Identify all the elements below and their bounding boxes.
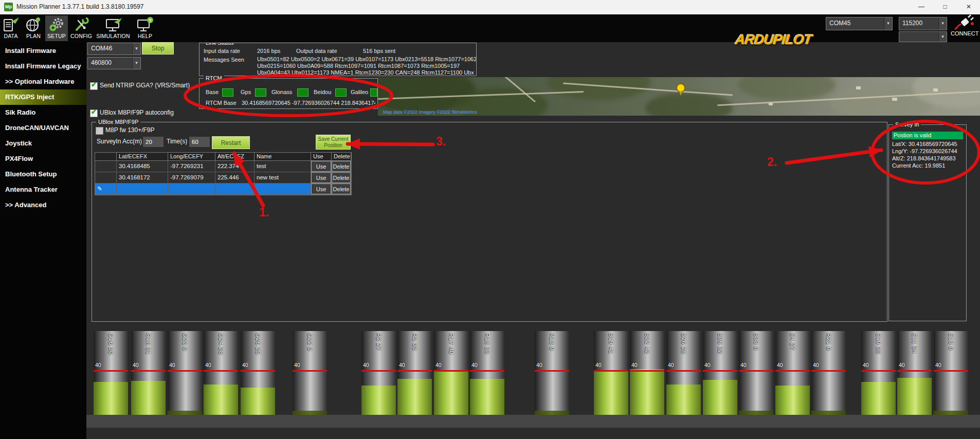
- baud-value: 115200: [902, 17, 938, 30]
- minimize-button[interactable]: —: [910, 0, 933, 14]
- snr-redline: [434, 370, 468, 372]
- baud-select[interactable]: 115200 ▾: [899, 17, 947, 30]
- table-header[interactable]: Alt/ECEFZ: [215, 153, 255, 161]
- chevron-down-icon[interactable]: ▾: [132, 58, 140, 69]
- lng-cell[interactable]: -97.7269231: [168, 161, 215, 172]
- sidebar-item-install-firmware[interactable]: Install Firmware: [0, 43, 86, 59]
- table-header[interactable]: Use: [311, 153, 332, 161]
- lat-cell[interactable]: 30.4168172: [117, 172, 168, 184]
- snr-bar-label: R18 33: [484, 333, 491, 354]
- sidebar-item-sik-radio[interactable]: Sik Radio: [0, 105, 86, 120]
- snr-redline: [168, 370, 202, 372]
- snr-bar-fill: [630, 369, 664, 415]
- toolbar-item-plan[interactable]: PLAN: [23, 15, 44, 41]
- snr-redline: [666, 370, 701, 372]
- maximize-button[interactable]: □: [934, 0, 956, 14]
- toolbar-item-setup[interactable]: SETUP: [45, 15, 68, 41]
- chevron-down-icon[interactable]: ▾: [938, 32, 947, 42]
- rtcm-galileo-indicator-label: Galileo: [351, 89, 368, 95]
- row-selector[interactable]: ✎: [95, 184, 117, 195]
- snr-bar-fill: [470, 379, 504, 415]
- toolbar-item-config[interactable]: CONFIG: [69, 15, 94, 41]
- table-row[interactable]: 30.4168172 -97.7269079 225.446 new test …: [95, 172, 351, 184]
- table-header[interactable]: Long/ECEFY: [168, 153, 215, 161]
- snr-bar-fill: [594, 370, 628, 415]
- sidebar-item-antenna-tracker[interactable]: Antenna Tracker: [0, 182, 86, 197]
- snr-bar-label: R13 0: [549, 333, 555, 351]
- table-row[interactable]: 30.4168485 -97.7269231 222.374 test Use …: [95, 161, 351, 172]
- delete-button[interactable]: Delete: [332, 184, 351, 194]
- row-selector[interactable]: [95, 172, 117, 184]
- snr-bar-fill: [535, 411, 569, 415]
- extra-select[interactable]: ▾: [899, 31, 947, 42]
- restart-button[interactable]: Restart: [212, 136, 250, 149]
- lat-cell[interactable]: 30.4168485: [117, 161, 168, 172]
- name-cell[interactable]: test: [255, 161, 311, 172]
- lng-cell[interactable]: -97.7269079: [168, 172, 215, 184]
- use-button[interactable]: Use: [311, 172, 331, 183]
- toolbar-item-simulation[interactable]: SIMULATION: [95, 15, 132, 41]
- satellite-map[interactable]: Map data ©2022 Imagery ©2022 TerraMetric…: [378, 77, 980, 116]
- ublox-autoconfig-checkbox[interactable]: ✔: [90, 109, 98, 117]
- survey-in-title: Survey In: [893, 121, 921, 128]
- table-row-selected[interactable]: ✎ Use Delete: [95, 184, 351, 195]
- m8p-fw-checkbox[interactable]: [96, 127, 103, 135]
- sidebar-item-px4flow[interactable]: PX4Flow: [0, 151, 86, 167]
- config-icon: [72, 16, 90, 33]
- name-cell[interactable]: [255, 184, 311, 195]
- name-cell[interactable]: new test: [255, 172, 311, 184]
- sidebar-item-joystick[interactable]: Joystick: [0, 136, 86, 151]
- table-header[interactable]: Name: [255, 153, 311, 161]
- snr-bar-fill: [397, 379, 432, 415]
- chevron-down-icon[interactable]: ▾: [132, 43, 140, 54]
- time-input[interactable]: 60: [189, 137, 210, 147]
- base-position-table: Lat/ECEFX Long/ECEFY Alt/ECEFZ Name Use …: [95, 152, 352, 195]
- gps-com-port-select[interactable]: COM46 ▾: [87, 43, 141, 55]
- sidebar-item-rtk-gps-inject[interactable]: RTK/GPS Inject: [0, 89, 86, 105]
- chevron-down-icon[interactable]: ▾: [938, 17, 947, 30]
- pencil-icon: ✎: [97, 186, 102, 192]
- map-building: [856, 86, 861, 89]
- lng-cell[interactable]: [168, 184, 215, 195]
- sidebar-item-dronecan-uavcan[interactable]: DroneCAN/UAVCAN: [0, 120, 86, 136]
- map-terrain: [738, 77, 836, 100]
- com-port-select[interactable]: COM45 ▾: [826, 17, 893, 30]
- delete-button[interactable]: Delete: [332, 172, 351, 183]
- snr-bar-fill: [934, 411, 968, 415]
- use-button[interactable]: Use: [311, 161, 331, 172]
- ntrip-gga-checkbox[interactable]: ✔: [90, 82, 98, 90]
- delete-button[interactable]: Delete: [332, 161, 351, 172]
- sidebar-item-optional-hardware[interactable]: >> Optional Hardware: [0, 74, 86, 89]
- snr-bar-fill: [204, 385, 238, 415]
- table-header[interactable]: Lat/ECEFX: [117, 153, 168, 161]
- rtcm-base-value: 30.4168569720645 -97.726936026744 218.84…: [242, 100, 375, 106]
- table-header[interactable]: Delete: [332, 153, 351, 161]
- alt-cell[interactable]: [215, 184, 255, 195]
- row-selector[interactable]: [95, 161, 117, 172]
- connect-plug-icon[interactable]: [953, 13, 976, 31]
- lat-cell[interactable]: [117, 184, 168, 195]
- close-button[interactable]: ✕: [957, 0, 980, 14]
- link-status-title: Link Status: [204, 43, 235, 46]
- map-marker-icon[interactable]: [676, 83, 685, 93]
- chevron-down-icon[interactable]: ▾: [884, 17, 892, 30]
- toolbar-item-data[interactable]: DATA: [0, 15, 22, 41]
- snr-bar-fill: [434, 371, 468, 415]
- use-button[interactable]: Use: [311, 184, 331, 194]
- sidebar-item-bluetooth-setup[interactable]: Bluetooth Setup: [0, 167, 86, 182]
- rtcm-glonass-indicator: [297, 88, 308, 97]
- sidebar-item-install-firmware-legacy[interactable]: Install Firmware Legacy: [0, 59, 86, 74]
- connect-button[interactable]: CONNECT: [951, 30, 980, 36]
- check-icon: ✔: [91, 81, 97, 88]
- sidebar-item-advanced[interactable]: >> Advanced: [0, 197, 86, 213]
- alt-cell[interactable]: 222.374: [215, 161, 255, 172]
- save-current-position-button[interactable]: Save Current Position: [316, 135, 351, 150]
- snr-bar-label: G23 0: [182, 333, 188, 351]
- gps-baud-select[interactable]: 460800 ▾: [87, 57, 141, 69]
- alt-cell[interactable]: 225.446: [215, 172, 255, 184]
- toolbar-item-help[interactable]: ? HELP: [133, 15, 157, 41]
- gps-baud-value: 460800: [91, 58, 132, 69]
- surveyin-acc-input[interactable]: 20: [143, 137, 164, 147]
- stop-button[interactable]: Stop: [142, 42, 174, 54]
- snr-bar: 40E10 30: [861, 331, 896, 415]
